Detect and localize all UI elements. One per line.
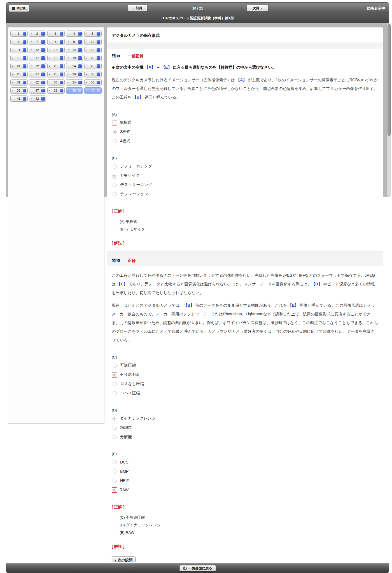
question-nav-25[interactable]: ✓25: [84, 63, 102, 69]
question-nav-13[interactable]: ✓13: [47, 47, 65, 53]
question-nav-18[interactable]: ✓18: [47, 55, 65, 61]
radio-button[interactable]: [112, 121, 116, 125]
answer-option[interactable]: 単板式: [112, 120, 378, 126]
answer-option[interactable]: デモザイク: [112, 173, 378, 179]
answered-flag-icon: [60, 48, 63, 52]
option-label: デフレーション: [120, 192, 148, 197]
option-label: 不可逆圧縮: [120, 372, 139, 377]
radio-button[interactable]: [113, 391, 117, 395]
question-nav-4[interactable]: ✓4: [66, 31, 83, 37]
question-nav-15[interactable]: ✓15: [84, 47, 102, 53]
question-nav-23[interactable]: ✓23: [47, 63, 65, 69]
radio-button[interactable]: [112, 373, 116, 377]
radio-button[interactable]: [113, 460, 117, 464]
question-nav-37[interactable]: ✓37: [29, 87, 46, 94]
question-nav-33[interactable]: ✓33: [47, 79, 65, 85]
question-nav-41[interactable]: ✓41: [10, 95, 28, 102]
menu-button[interactable]: MENU: [9, 5, 29, 12]
radio-button[interactable]: [113, 364, 117, 368]
answer-option[interactable]: HEIF: [112, 477, 378, 484]
question-nav-1[interactable]: ✓1: [10, 31, 28, 37]
question-nav-17[interactable]: ✓17: [29, 55, 46, 61]
question-nav-19[interactable]: ✓19: [66, 55, 83, 61]
question-nav-29[interactable]: ✓29: [66, 71, 83, 77]
question-nav-39[interactable]: ✓39: [66, 87, 83, 94]
radio-button[interactable]: [113, 479, 117, 483]
question-nav-32[interactable]: ✓32: [29, 79, 46, 85]
radio-button[interactable]: [112, 174, 116, 178]
back-to-list-button[interactable]: 一覧画面に戻る: [179, 565, 216, 571]
question-nav-2[interactable]: ✓2: [29, 31, 46, 37]
answer-option[interactable]: 可逆圧縮: [112, 362, 378, 369]
radio-button[interactable]: [113, 139, 117, 143]
radio-button[interactable]: [113, 183, 117, 187]
correct-answer-heading: [ 正解 ]: [112, 505, 378, 510]
answer-option[interactable]: RAW: [112, 487, 378, 493]
radio-button[interactable]: [113, 192, 117, 196]
radio-button[interactable]: [113, 164, 117, 169]
answer-option[interactable]: デフレーション: [112, 191, 378, 197]
radio-button[interactable]: [113, 382, 117, 386]
answer-option[interactable]: ロハス圧縮: [112, 390, 378, 396]
prev-page-button[interactable]: ‹ 前頁: [128, 5, 147, 11]
question-nav-14[interactable]: ✓14: [66, 47, 83, 53]
answer-option[interactable]: 精細度: [112, 425, 378, 431]
next-page-button[interactable]: 次頁 ›: [247, 5, 268, 11]
check-icon: ✓: [49, 57, 52, 59]
radio-button[interactable]: [113, 426, 117, 430]
question-nav-20[interactable]: ✓20: [84, 55, 102, 61]
question-nav-3[interactable]: ✓3: [47, 31, 65, 37]
answer-option[interactable]: BMP: [112, 468, 378, 474]
question-nav-22[interactable]: ✓22: [29, 63, 46, 69]
question-nav-10[interactable]: ✓10: [84, 39, 102, 45]
question-nav-16[interactable]: ✓16: [10, 55, 28, 61]
answer-option[interactable]: 3板式: [112, 129, 378, 135]
radio-button[interactable]: [113, 435, 117, 439]
next-question-button[interactable]: ›次の設問: [112, 556, 136, 562]
radio-button[interactable]: [112, 416, 116, 421]
check-icon: ✓: [86, 41, 88, 43]
question-nav-31[interactable]: ✓31: [10, 79, 28, 85]
question-nav-27[interactable]: ✓27: [29, 71, 46, 77]
question-nav-42[interactable]: ✓42: [29, 95, 46, 102]
question-nav-8[interactable]: ✓8: [47, 39, 65, 45]
answered-flag-icon: [60, 32, 63, 36]
question-nav-12[interactable]: ✓12: [29, 47, 46, 53]
scrollbar[interactable]: [387, 24, 391, 196]
question-nav-28[interactable]: ✓28: [47, 71, 65, 77]
answer-option[interactable]: 4板式: [112, 138, 378, 144]
answer-option[interactable]: 分解能: [112, 434, 378, 440]
answer-option[interactable]: デフォーカシング: [112, 163, 378, 169]
question-nav-5[interactable]: ✓5: [84, 31, 102, 37]
menu-button-label: MENU: [17, 6, 26, 10]
question-nav-11[interactable]: ✓11: [10, 47, 28, 53]
answer-option[interactable]: ダイナミックレンジ: [112, 415, 378, 421]
answer-option[interactable]: ロスなし圧縮: [112, 381, 378, 387]
answer-option[interactable]: DCS: [112, 459, 378, 465]
question-nav-38[interactable]: ✓38: [47, 87, 65, 94]
question-nav-35[interactable]: ✓35: [84, 79, 102, 85]
radio-button[interactable]: [112, 488, 116, 492]
blank-marker: 【A】: [144, 65, 155, 69]
answer-option[interactable]: デスクリーニング: [112, 182, 378, 188]
answer-option[interactable]: 不可逆圧縮: [112, 372, 378, 378]
check-icon: ✓: [12, 81, 15, 84]
question-nav-7[interactable]: ✓7: [29, 39, 46, 45]
question-nav-26[interactable]: ✓26: [10, 71, 28, 77]
question-nav-40[interactable]: ✓40: [84, 87, 102, 94]
check-icon: ✓: [49, 65, 52, 67]
question-nav-6[interactable]: ✓6: [10, 39, 28, 45]
question-nav-30[interactable]: ✓30: [84, 71, 102, 77]
question-nav-24[interactable]: ✓24: [66, 63, 83, 69]
question-nav-34[interactable]: ✓34: [66, 79, 83, 85]
question-nav-21[interactable]: ✓21: [10, 63, 28, 69]
section-divider: [107, 43, 383, 49]
scrollbar-thumb[interactable]: [388, 24, 391, 136]
radio-button[interactable]: [113, 469, 117, 474]
question-nav-9[interactable]: ✓9: [66, 39, 83, 45]
radio-button[interactable]: [113, 130, 117, 134]
answered-flag-icon: [41, 81, 45, 84]
next-question-label: 次の設問: [118, 558, 132, 562]
next-page-label: 次頁: [253, 6, 259, 11]
question-nav-36[interactable]: ✓36: [10, 87, 28, 94]
